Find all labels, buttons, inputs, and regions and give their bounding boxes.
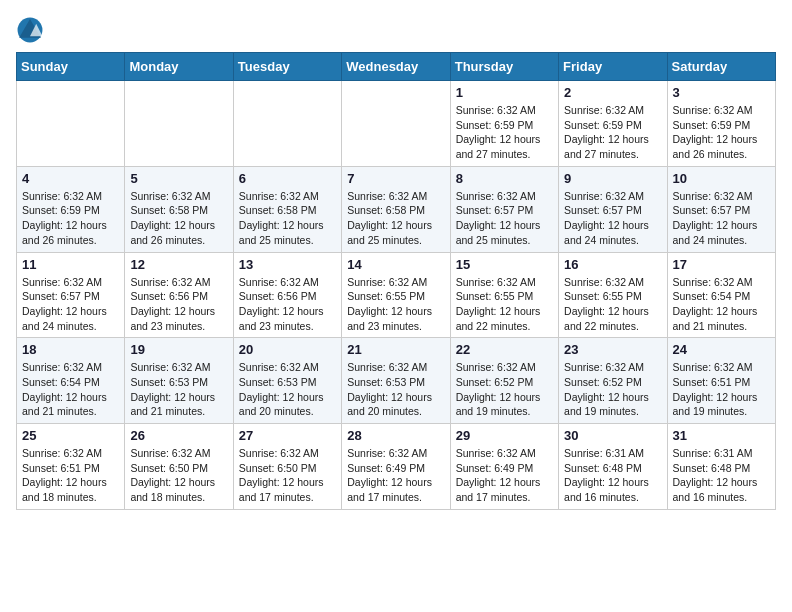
- calendar-cell: 5Sunrise: 6:32 AMSunset: 6:58 PMDaylight…: [125, 166, 233, 252]
- calendar-cell: [17, 81, 125, 167]
- calendar-cell: [125, 81, 233, 167]
- day-number: 23: [564, 342, 661, 357]
- day-info: Sunrise: 6:32 AMSunset: 6:58 PMDaylight:…: [130, 189, 227, 248]
- calendar-cell: 23Sunrise: 6:32 AMSunset: 6:52 PMDayligh…: [559, 338, 667, 424]
- day-info: Sunrise: 6:32 AMSunset: 6:58 PMDaylight:…: [347, 189, 444, 248]
- day-info: Sunrise: 6:32 AMSunset: 6:49 PMDaylight:…: [347, 446, 444, 505]
- day-info: Sunrise: 6:32 AMSunset: 6:55 PMDaylight:…: [456, 275, 553, 334]
- day-info: Sunrise: 6:32 AMSunset: 6:58 PMDaylight:…: [239, 189, 336, 248]
- day-info: Sunrise: 6:32 AMSunset: 6:51 PMDaylight:…: [673, 360, 770, 419]
- day-number: 28: [347, 428, 444, 443]
- day-number: 18: [22, 342, 119, 357]
- calendar-cell: 17Sunrise: 6:32 AMSunset: 6:54 PMDayligh…: [667, 252, 775, 338]
- calendar-cell: 15Sunrise: 6:32 AMSunset: 6:55 PMDayligh…: [450, 252, 558, 338]
- calendar-cell: 2Sunrise: 6:32 AMSunset: 6:59 PMDaylight…: [559, 81, 667, 167]
- day-number: 12: [130, 257, 227, 272]
- calendar-cell: 30Sunrise: 6:31 AMSunset: 6:48 PMDayligh…: [559, 424, 667, 510]
- day-info: Sunrise: 6:32 AMSunset: 6:57 PMDaylight:…: [673, 189, 770, 248]
- day-info: Sunrise: 6:32 AMSunset: 6:50 PMDaylight:…: [130, 446, 227, 505]
- calendar-cell: [233, 81, 341, 167]
- day-number: 25: [22, 428, 119, 443]
- day-number: 22: [456, 342, 553, 357]
- header-day-friday: Friday: [559, 53, 667, 81]
- day-number: 10: [673, 171, 770, 186]
- day-info: Sunrise: 6:32 AMSunset: 6:53 PMDaylight:…: [347, 360, 444, 419]
- calendar-cell: 16Sunrise: 6:32 AMSunset: 6:55 PMDayligh…: [559, 252, 667, 338]
- week-row-2: 4Sunrise: 6:32 AMSunset: 6:59 PMDaylight…: [17, 166, 776, 252]
- day-number: 6: [239, 171, 336, 186]
- calendar-cell: 10Sunrise: 6:32 AMSunset: 6:57 PMDayligh…: [667, 166, 775, 252]
- day-number: 16: [564, 257, 661, 272]
- day-info: Sunrise: 6:32 AMSunset: 6:59 PMDaylight:…: [456, 103, 553, 162]
- week-row-3: 11Sunrise: 6:32 AMSunset: 6:57 PMDayligh…: [17, 252, 776, 338]
- header-day-tuesday: Tuesday: [233, 53, 341, 81]
- day-info: Sunrise: 6:32 AMSunset: 6:55 PMDaylight:…: [564, 275, 661, 334]
- day-number: 26: [130, 428, 227, 443]
- calendar-cell: 14Sunrise: 6:32 AMSunset: 6:55 PMDayligh…: [342, 252, 450, 338]
- day-info: Sunrise: 6:32 AMSunset: 6:56 PMDaylight:…: [239, 275, 336, 334]
- calendar-table: SundayMondayTuesdayWednesdayThursdayFrid…: [16, 52, 776, 510]
- calendar-cell: 26Sunrise: 6:32 AMSunset: 6:50 PMDayligh…: [125, 424, 233, 510]
- calendar-cell: 31Sunrise: 6:31 AMSunset: 6:48 PMDayligh…: [667, 424, 775, 510]
- calendar-cell: 20Sunrise: 6:32 AMSunset: 6:53 PMDayligh…: [233, 338, 341, 424]
- day-info: Sunrise: 6:32 AMSunset: 6:59 PMDaylight:…: [564, 103, 661, 162]
- calendar-cell: 4Sunrise: 6:32 AMSunset: 6:59 PMDaylight…: [17, 166, 125, 252]
- day-info: Sunrise: 6:32 AMSunset: 6:53 PMDaylight:…: [130, 360, 227, 419]
- day-number: 5: [130, 171, 227, 186]
- day-info: Sunrise: 6:32 AMSunset: 6:49 PMDaylight:…: [456, 446, 553, 505]
- logo: [16, 16, 48, 44]
- day-number: 8: [456, 171, 553, 186]
- day-info: Sunrise: 6:32 AMSunset: 6:53 PMDaylight:…: [239, 360, 336, 419]
- calendar-cell: 29Sunrise: 6:32 AMSunset: 6:49 PMDayligh…: [450, 424, 558, 510]
- week-row-5: 25Sunrise: 6:32 AMSunset: 6:51 PMDayligh…: [17, 424, 776, 510]
- calendar-cell: 28Sunrise: 6:32 AMSunset: 6:49 PMDayligh…: [342, 424, 450, 510]
- calendar-cell: 19Sunrise: 6:32 AMSunset: 6:53 PMDayligh…: [125, 338, 233, 424]
- header-day-saturday: Saturday: [667, 53, 775, 81]
- day-info: Sunrise: 6:32 AMSunset: 6:57 PMDaylight:…: [564, 189, 661, 248]
- day-number: 30: [564, 428, 661, 443]
- calendar-header-row: SundayMondayTuesdayWednesdayThursdayFrid…: [17, 53, 776, 81]
- day-number: 19: [130, 342, 227, 357]
- calendar-cell: 1Sunrise: 6:32 AMSunset: 6:59 PMDaylight…: [450, 81, 558, 167]
- day-info: Sunrise: 6:31 AMSunset: 6:48 PMDaylight:…: [564, 446, 661, 505]
- day-number: 21: [347, 342, 444, 357]
- day-number: 11: [22, 257, 119, 272]
- calendar-cell: 13Sunrise: 6:32 AMSunset: 6:56 PMDayligh…: [233, 252, 341, 338]
- day-info: Sunrise: 6:32 AMSunset: 6:54 PMDaylight:…: [22, 360, 119, 419]
- day-number: 24: [673, 342, 770, 357]
- day-info: Sunrise: 6:32 AMSunset: 6:55 PMDaylight:…: [347, 275, 444, 334]
- calendar-cell: 3Sunrise: 6:32 AMSunset: 6:59 PMDaylight…: [667, 81, 775, 167]
- calendar-cell: 6Sunrise: 6:32 AMSunset: 6:58 PMDaylight…: [233, 166, 341, 252]
- calendar-cell: 8Sunrise: 6:32 AMSunset: 6:57 PMDaylight…: [450, 166, 558, 252]
- calendar-cell: 18Sunrise: 6:32 AMSunset: 6:54 PMDayligh…: [17, 338, 125, 424]
- day-number: 29: [456, 428, 553, 443]
- day-number: 14: [347, 257, 444, 272]
- day-info: Sunrise: 6:32 AMSunset: 6:57 PMDaylight:…: [22, 275, 119, 334]
- day-number: 4: [22, 171, 119, 186]
- calendar-cell: 24Sunrise: 6:32 AMSunset: 6:51 PMDayligh…: [667, 338, 775, 424]
- day-number: 31: [673, 428, 770, 443]
- calendar-cell: 27Sunrise: 6:32 AMSunset: 6:50 PMDayligh…: [233, 424, 341, 510]
- calendar-cell: 25Sunrise: 6:32 AMSunset: 6:51 PMDayligh…: [17, 424, 125, 510]
- day-info: Sunrise: 6:32 AMSunset: 6:51 PMDaylight:…: [22, 446, 119, 505]
- page-header: [16, 16, 776, 44]
- week-row-1: 1Sunrise: 6:32 AMSunset: 6:59 PMDaylight…: [17, 81, 776, 167]
- day-number: 27: [239, 428, 336, 443]
- logo-icon: [16, 16, 44, 44]
- day-number: 1: [456, 85, 553, 100]
- day-info: Sunrise: 6:32 AMSunset: 6:56 PMDaylight:…: [130, 275, 227, 334]
- day-info: Sunrise: 6:32 AMSunset: 6:50 PMDaylight:…: [239, 446, 336, 505]
- day-number: 3: [673, 85, 770, 100]
- calendar-cell: 12Sunrise: 6:32 AMSunset: 6:56 PMDayligh…: [125, 252, 233, 338]
- calendar-cell: [342, 81, 450, 167]
- calendar-cell: 9Sunrise: 6:32 AMSunset: 6:57 PMDaylight…: [559, 166, 667, 252]
- day-info: Sunrise: 6:32 AMSunset: 6:54 PMDaylight:…: [673, 275, 770, 334]
- day-number: 13: [239, 257, 336, 272]
- day-number: 2: [564, 85, 661, 100]
- week-row-4: 18Sunrise: 6:32 AMSunset: 6:54 PMDayligh…: [17, 338, 776, 424]
- day-info: Sunrise: 6:32 AMSunset: 6:52 PMDaylight:…: [456, 360, 553, 419]
- header-day-sunday: Sunday: [17, 53, 125, 81]
- day-number: 7: [347, 171, 444, 186]
- day-number: 20: [239, 342, 336, 357]
- calendar-cell: 7Sunrise: 6:32 AMSunset: 6:58 PMDaylight…: [342, 166, 450, 252]
